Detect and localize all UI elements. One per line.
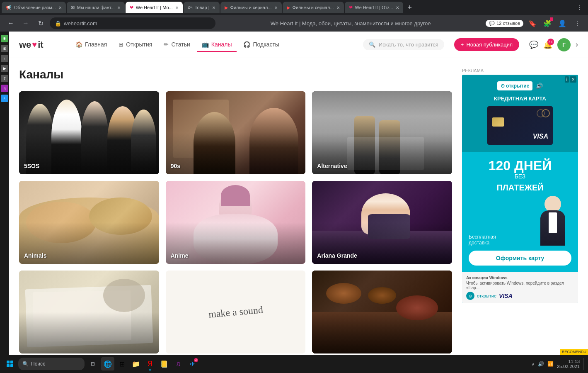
address-bar[interactable]: 🔒 weheartit.com xyxy=(50,17,215,29)
channel-card-ariana[interactable]: Ariana Grande xyxy=(312,181,452,264)
site-wrapper: we ♥ it 🏠 Главная ⊞ Открытия ✏ Статьи 📺 … xyxy=(9,32,588,353)
channel-card-bottom1[interactable] xyxy=(19,271,159,353)
extensions-button[interactable]: 🧩 xyxy=(542,17,553,29)
ad-visa-logo: VISA xyxy=(533,133,548,140)
page-title: Каналы xyxy=(19,68,452,81)
ad-close-button[interactable]: ✕ xyxy=(570,76,576,83)
notification-badge: 7.0 xyxy=(547,39,554,45)
channel-card-alternative[interactable]: Alternative xyxy=(312,91,452,174)
messages-icon: 💬 xyxy=(529,41,538,49)
tab-4-favicon: 🛍 xyxy=(188,5,192,10)
podcasts-icon: 🎧 xyxy=(243,41,250,48)
refresh-button[interactable]: ↻ xyxy=(35,17,46,29)
articles-icon: ✏ xyxy=(164,41,169,48)
channel-overlay xyxy=(19,271,159,353)
profile-button[interactable]: 👤 xyxy=(557,17,568,29)
reviews-icon: 💬 xyxy=(489,21,495,26)
tab-1-label: Объявление разм... xyxy=(14,5,56,10)
tab-2-close[interactable]: ✕ xyxy=(117,5,121,10)
ad-person-figure xyxy=(534,196,571,246)
sidebar-icon-2[interactable]: ◧ xyxy=(1,45,8,52)
tab-bar: 📢 Объявление разм... ✕ ✉ Мы нашли фант..… xyxy=(0,0,588,15)
nav-discoveries-label: Открытия xyxy=(126,41,152,48)
new-post-button[interactable]: + Новая публикация xyxy=(454,38,519,51)
site-logo[interactable]: we ♥ it xyxy=(19,39,60,50)
plus-icon: + xyxy=(461,41,464,48)
nav-channels[interactable]: 📺 Каналы xyxy=(197,38,237,52)
tab-6-close[interactable]: ✕ xyxy=(336,5,340,10)
ad-volume-icon[interactable]: 🔊 xyxy=(536,83,543,89)
channel-card-anime[interactable]: Anime xyxy=(166,181,306,264)
ad-bottom-logos: ⊙ открытие VISA xyxy=(466,292,574,300)
channel-card-bottom2[interactable]: make a sound xyxy=(166,271,306,353)
channels-grid: 5SOS 90s xyxy=(19,91,452,353)
search-box[interactable]: 🔍 Искать то, что нравится xyxy=(363,39,444,50)
sidebar-icon-3[interactable]: ↑ xyxy=(1,55,8,62)
site-header: we ♥ it 🏠 Главная ⊞ Открытия ✏ Статьи 📺 … xyxy=(9,32,588,58)
nav-podcasts-label: Подкасты xyxy=(253,41,279,48)
sidebar-icon-5[interactable]: 7 xyxy=(1,75,8,82)
page-title-bar: We Heart It | Мода, обои, цитаты, знамен… xyxy=(219,20,482,27)
browser-actions: 💬 12 отзывов 🔖 🧩 👤 ⋮ xyxy=(486,17,583,29)
nav-discoveries[interactable]: ⊞ Открытия xyxy=(114,38,157,52)
new-tab-button[interactable]: + xyxy=(404,2,416,13)
main-content: Каналы xyxy=(9,58,588,353)
ad-card-chip xyxy=(492,117,504,127)
tab-3[interactable]: ❤ We Heart It | Мо... ✕ xyxy=(126,2,183,13)
browser-settings-button[interactable]: ⋮ xyxy=(571,17,583,29)
channel-overlay xyxy=(19,181,159,264)
more-options-button[interactable]: › xyxy=(576,40,578,49)
ad-days-number: 120 ДНЕЙ xyxy=(469,158,571,173)
sidebar-icon-6[interactable]: ♫ xyxy=(1,85,8,92)
channel-overlay xyxy=(19,91,159,174)
tab-5[interactable]: ▶ Фильмы и сериал... ✕ xyxy=(220,2,282,13)
sidebar-icon-4[interactable]: ▶ xyxy=(1,65,8,72)
browser-menu-button[interactable]: ⋮ xyxy=(573,1,586,14)
otkritie-text: открытие xyxy=(477,293,496,298)
notifications-button[interactable]: 🔔 7.0 xyxy=(543,40,552,49)
tab-1[interactable]: 📢 Объявление разм... ✕ xyxy=(2,2,66,13)
tab-4-close[interactable]: ✕ xyxy=(212,5,215,10)
channel-card-animals[interactable]: Animals xyxy=(19,181,159,264)
ad-bank-logo: ⊙ открытие xyxy=(497,81,533,90)
nav-articles[interactable]: ✏ Статьи xyxy=(159,38,195,52)
tab-5-close[interactable]: ✕ xyxy=(274,5,278,10)
logo-it: it xyxy=(38,39,43,50)
ad-cta-button[interactable]: Оформить карту xyxy=(469,251,571,266)
ad-info-button[interactable]: i xyxy=(565,76,569,83)
channel-card-bottom3[interactable] xyxy=(312,271,452,353)
browser-chrome: 📢 Объявление разм... ✕ ✉ Мы нашли фант..… xyxy=(0,0,588,32)
ad-main-text: 120 ДНЕЙ БЕЗ ПЛАТЕЖЕЙ Бесплатная доставк… xyxy=(462,152,578,272)
tab-3-close[interactable]: ✕ xyxy=(175,5,179,10)
tab-6[interactable]: ▶ Фильмы и сериал... ✕ xyxy=(283,2,344,13)
tab-1-close[interactable]: ✕ xyxy=(58,5,62,10)
channels-section: Каналы xyxy=(19,68,452,353)
forward-button[interactable]: → xyxy=(20,17,31,29)
nav-podcasts[interactable]: 🎧 Подкасты xyxy=(238,38,284,52)
ad-container: i ✕ ⊙ открытие 🔊 КРЕДИТНАЯ КАРТА xyxy=(462,75,578,303)
back-button[interactable]: ← xyxy=(5,17,17,29)
user-avatar[interactable]: Г xyxy=(557,38,571,51)
sidebar-icon-1[interactable]: ✱ xyxy=(1,35,8,42)
messages-button[interactable]: 💬 xyxy=(529,40,538,49)
sidebar-icon-7[interactable]: + xyxy=(1,95,8,102)
ad-free-text-1: Бесплатная xyxy=(469,234,496,240)
channel-90s-label: 90s xyxy=(171,163,180,169)
nav-home-label: Главная xyxy=(85,41,107,48)
nav-home[interactable]: 🏠 Главная xyxy=(70,38,112,52)
lock-icon: 🔒 xyxy=(55,20,61,27)
channel-card-5sos[interactable]: 5SOS xyxy=(19,91,159,174)
tab-2[interactable]: ✉ Мы нашли фант... ✕ xyxy=(67,2,125,13)
ad-bottom-activation: Активация Windows Чтобы активировать Win… xyxy=(462,272,578,303)
tab-7[interactable]: ❤ We Heart It | Отз... ✕ xyxy=(345,2,403,13)
tab-7-close[interactable]: ✕ xyxy=(396,5,399,10)
bookmark-button[interactable]: 🔖 xyxy=(527,17,538,29)
logo-we: we xyxy=(19,39,31,50)
tab-3-label: We Heart It | Мо... xyxy=(136,5,173,10)
tab-7-label: We Heart It | Отз... xyxy=(355,5,393,10)
channel-card-90s[interactable]: 90s xyxy=(166,91,306,174)
win-activation-title: Активация Windows xyxy=(466,275,574,280)
bank-icon: ⊙ xyxy=(501,83,505,89)
nav-articles-label: Статьи xyxy=(171,41,190,48)
tab-4[interactable]: 🛍 Товар | ✕ xyxy=(184,2,220,13)
